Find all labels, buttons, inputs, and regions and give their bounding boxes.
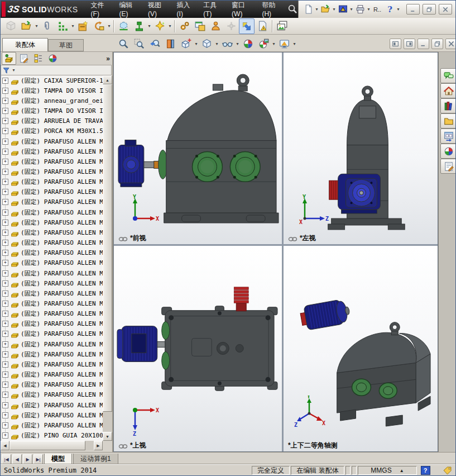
tree-row[interactable]: +(固定) PARAFUSO ALLEN M (1, 268, 103, 278)
edit-appearance-button[interactable] (240, 36, 256, 51)
component-preview-window-button[interactable] (192, 18, 208, 34)
viewport-isometric[interactable]: Y X Z *上下二等角轴测 (284, 246, 438, 451)
expand-icon[interactable]: + (2, 331, 8, 337)
expand-icon[interactable]: + (2, 301, 8, 307)
print-icon[interactable] (354, 3, 366, 16)
mate-button[interactable] (39, 18, 55, 34)
tile-left-button[interactable] (390, 39, 401, 49)
filter-dropdown-icon[interactable]: ▾ (11, 68, 16, 73)
units-selector[interactable]: MMGS ▲ (358, 466, 417, 475)
search-icon[interactable] (287, 3, 298, 16)
configurationmanager-tab[interactable] (31, 52, 45, 65)
expand-icon[interactable]: + (2, 220, 8, 226)
sheet-nav-button-0[interactable]: |◀ (2, 454, 11, 465)
tree-row[interactable]: +(固定) PARAFUSO ALLEN M (1, 146, 103, 156)
expand-icon[interactable]: + (2, 402, 8, 408)
zoom-to-area-button[interactable] (131, 36, 147, 51)
minimize-document-button[interactable] (417, 39, 429, 49)
expand-icon[interactable]: + (2, 118, 8, 124)
tab-model[interactable]: 模型 (44, 454, 72, 465)
solidworks-forum-tab[interactable] (440, 68, 456, 83)
viewport-left[interactable]: Y Z X *左视 (284, 53, 438, 244)
tree-row[interactable]: +(固定) PARAFUSO ALLEN M (1, 329, 103, 339)
open-document-icon[interactable] (319, 3, 332, 16)
expand-icon[interactable]: + (2, 412, 8, 418)
rebuild-button[interactable]: R.. (371, 6, 383, 13)
hide-show-items-button[interactable] (219, 36, 235, 51)
expand-icon[interactable]: + (2, 291, 8, 297)
print-dropdown-icon[interactable]: ▾ (366, 7, 371, 12)
expand-icon[interactable]: + (2, 179, 8, 185)
tree-row[interactable]: +(固定) PARAFUSO ALLEN M (1, 410, 103, 420)
edrawings-image-dropdown-icon[interactable]: ▾ (349, 7, 354, 12)
expand-icon[interactable]: + (2, 250, 8, 256)
restore-document-button[interactable] (431, 39, 443, 49)
viewport-top[interactable]: X Z *上视 (114, 246, 282, 451)
explode-line-sketch-button[interactable] (223, 18, 239, 34)
expand-icon[interactable]: + (2, 432, 8, 439)
expand-icon[interactable]: + (2, 149, 8, 155)
edrawings-image-icon[interactable] (337, 3, 349, 16)
tree-row[interactable]: +(固定) PARAFUSO ALLEN M (1, 177, 103, 187)
linear-component-pattern-dropdown-icon[interactable]: ▾ (70, 23, 75, 28)
new-document-icon[interactable] (302, 3, 314, 16)
tree-row[interactable]: +(固定) PARAFUSO ALLEN M (1, 380, 103, 390)
expand-icon[interactable]: + (2, 351, 8, 358)
reference-geometry-button[interactable] (152, 18, 167, 34)
tree-row[interactable]: +(固定) PARAFUSO ALLEN M (1, 420, 103, 430)
instant3d-button[interactable] (239, 18, 255, 34)
tree-vertical-scrollbar[interactable]: ▲ ▼ (103, 75, 112, 441)
apply-scene-dropdown-icon[interactable]: ▾ (271, 41, 276, 46)
displaymanager-tab[interactable] (45, 52, 60, 65)
tree-row[interactable]: +(固定) PARAFUSO ALLEN M (1, 349, 103, 359)
featuremanager-design-tree-tab[interactable] (2, 52, 16, 65)
view-palette-tab[interactable] (440, 128, 456, 144)
tree-row[interactable]: +(固定) PARAFUSO ALLEN M (1, 217, 103, 227)
tree-row[interactable]: +(固定) PINO GUIA 20X100 (1, 430, 103, 440)
expand-icon[interactable]: + (2, 210, 8, 216)
interference-detection-button[interactable] (176, 18, 192, 34)
tree-row[interactable]: +(固定) PARAFUSO ALLEN M (1, 390, 103, 400)
display-style-button[interactable] (199, 36, 214, 51)
expand-icon[interactable]: + (2, 159, 8, 165)
expand-icon[interactable]: + (2, 98, 8, 104)
restore-window-button[interactable] (423, 4, 436, 15)
tree-row[interactable]: +(固定) anneau_grand_oei (1, 96, 103, 106)
tree-row[interactable]: +(固定) PARAFUSO ALLEN M (1, 288, 103, 298)
tree-row[interactable]: +(固定) PARAFUSO ALLEN M (1, 238, 103, 248)
design-library-tab[interactable] (440, 98, 456, 113)
show-hidden-components-button[interactable] (116, 18, 131, 34)
expand-icon[interactable]: + (2, 128, 8, 134)
expand-icon[interactable]: + (2, 240, 8, 246)
tree-row[interactable]: +(固定) PARAFUSO ALLEN M (1, 197, 103, 207)
tree-row[interactable]: +(固定) CAIXA SUPERIOR-1 (1, 75, 103, 85)
section-view-button[interactable] (162, 36, 178, 51)
smart-fasteners-button[interactable] (75, 18, 91, 34)
help-icon[interactable]: ? (383, 3, 396, 16)
display-style-dropdown-icon[interactable]: ▾ (214, 41, 219, 46)
tree-row[interactable]: +(固定) ARRUELA DE TRAVA (1, 116, 103, 126)
zoom-to-fit-button[interactable] (116, 36, 131, 51)
expand-icon[interactable]: + (2, 108, 8, 114)
scroll-thumb[interactable] (103, 84, 112, 412)
open-component-button[interactable] (18, 18, 34, 34)
scroll-up-button[interactable]: ▲ (103, 75, 112, 84)
tree-row[interactable]: +(固定) PARAFUSO ALLEN M (1, 278, 103, 288)
viewport-front[interactable]: Y X *前视 (114, 53, 282, 244)
expand-icon[interactable]: + (2, 321, 8, 327)
expand-icon[interactable]: + (2, 78, 8, 84)
tree-row[interactable]: +(固定) PARAFUSO ALLEN M (1, 187, 103, 197)
view-orientation-dropdown-icon[interactable]: ▾ (194, 41, 199, 46)
appearances-scenes-tab[interactable] (440, 144, 456, 159)
sheet-nav-button-1[interactable]: ◀ (12, 454, 22, 465)
insert-components-button[interactable] (3, 18, 18, 34)
panel-overflow-button[interactable]: » (106, 55, 110, 63)
tree-row[interactable]: +(固定) TAMPA DO VISOR I (1, 106, 103, 116)
tab-sketch[interactable]: 草图 (48, 39, 84, 51)
linear-component-pattern-button[interactable] (55, 18, 70, 34)
assembly-features-button[interactable] (131, 18, 147, 34)
tree-filter-row[interactable]: ▾ (1, 65, 112, 75)
expand-icon[interactable]: + (2, 169, 8, 175)
view-settings-button[interactable] (276, 36, 292, 51)
tree-row[interactable]: +(固定) PARAFUSO ALLEN M (1, 207, 103, 217)
